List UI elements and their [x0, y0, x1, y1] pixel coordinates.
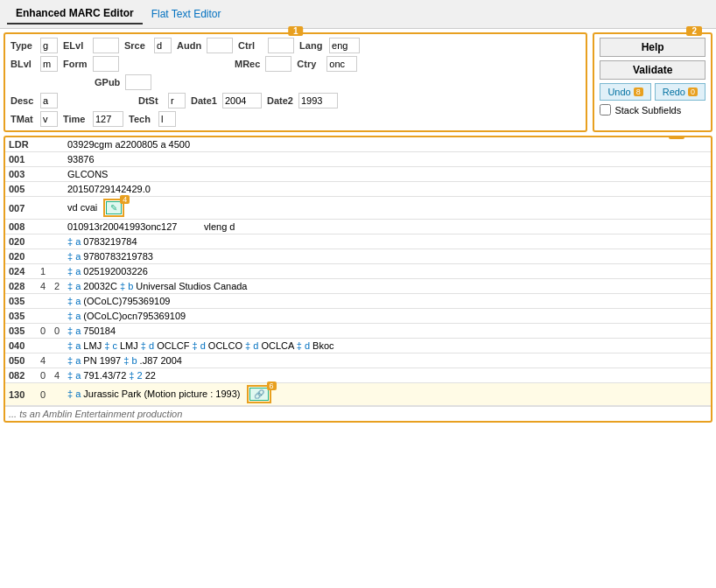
content-cell: GLCONS: [64, 167, 711, 182]
ind1-cell: [36, 249, 50, 264]
form-input[interactable]: [93, 56, 119, 72]
ind1-cell: [36, 167, 50, 182]
tag-cell: 007: [5, 197, 36, 220]
edit-btn-container: ✎ 4: [103, 199, 124, 217]
tag-cell: 082: [5, 368, 36, 383]
link-130-button[interactable]: 🔗: [249, 388, 269, 401]
link-badge: 6: [267, 382, 277, 390]
content-cell: ‡ a Jurassic Park (Motion picture : 1993…: [64, 383, 711, 406]
lang-label: Lang: [299, 40, 324, 51]
ind1-cell: 1: [36, 264, 50, 279]
content-cell: vd cvai ✎ 4: [64, 197, 711, 220]
tag-cell: 130: [5, 383, 36, 406]
content-cell: ‡ a 025192003226: [64, 264, 711, 279]
ind2-cell: [50, 294, 64, 309]
elvl-input[interactable]: [93, 38, 119, 53]
table-row: 035 ‡ a (OCoLC)795369109: [5, 294, 711, 309]
date2-input[interactable]: [298, 93, 338, 108]
edit-badge: 4: [120, 195, 130, 204]
content-cell: ‡ a LMJ ‡ c LMJ ‡ d OCLCF ‡ d OCLCO ‡ d …: [64, 339, 711, 354]
tech-label: Tech: [129, 114, 153, 124]
content-cell: ‡ a 9780783219783: [64, 249, 711, 264]
srce-label: Srce: [124, 40, 149, 51]
ind1-cell: [36, 182, 50, 197]
ind1-cell: 4: [36, 354, 50, 368]
panel2-badge: 2: [686, 26, 702, 36]
dtst-input[interactable]: [168, 93, 186, 108]
tab-enhanced[interactable]: Enhanced MARC Editor: [7, 4, 143, 24]
ff-row-3: GPub: [11, 74, 577, 90]
ctrl-input[interactable]: [268, 38, 294, 53]
table-row: 028 4 2 ‡ a 20032C ‡ b Universal Studios…: [5, 279, 711, 294]
ind1-cell: 0: [36, 383, 50, 406]
date1-input[interactable]: [222, 93, 262, 108]
stack-subfields-row: Stack Subfields: [600, 104, 705, 116]
help-button[interactable]: Help: [600, 38, 705, 57]
table-row: 001 93876: [5, 152, 711, 167]
form-label: Form: [63, 59, 88, 69]
bottom-status: ... ts an Amblin Entertainment productio…: [5, 406, 711, 421]
undo-label: Undo: [607, 87, 630, 97]
ind2-cell: [50, 137, 64, 152]
tag-cell: LDR: [5, 137, 36, 152]
ind2-cell: [50, 309, 64, 324]
content-cell: ‡ a 750184: [64, 324, 711, 339]
tag-cell: 003: [5, 167, 36, 182]
marc-records-panel: 3 LDR 03929cgm a2200805 a 4500 001: [4, 136, 712, 423]
tag-cell: 005: [5, 182, 36, 197]
ind2-cell: 0: [50, 324, 64, 339]
content-cell: ‡ a 20032C ‡ b Universal Studios Canada: [64, 279, 711, 294]
table-row: 003 GLCONS: [5, 167, 711, 182]
table-row: 050 4 ‡ a PN 1997 ‡ b .J87 2004: [5, 354, 711, 368]
audn-input[interactable]: [207, 38, 233, 53]
app-container: Enhanced MARC Editor Flat Text Editor 1 …: [0, 0, 716, 426]
undo-badge: 8: [634, 88, 643, 96]
table-row: 005 20150729142429.0: [5, 182, 711, 197]
blvl-input[interactable]: [40, 56, 58, 72]
ctry-input[interactable]: [326, 56, 357, 72]
ff-row-1: Type ELvl Srce Audn Ctrl Lang: [11, 38, 577, 53]
stack-subfields-checkbox[interactable]: [600, 104, 611, 116]
content-cell: 93876: [64, 152, 711, 167]
ind2-cell: [50, 264, 64, 279]
ind1-cell: [36, 197, 50, 220]
mrec-input[interactable]: [265, 56, 291, 72]
tab-bar: Enhanced MARC Editor Flat Text Editor: [0, 0, 716, 29]
tag-cell: 035: [5, 309, 36, 324]
undo-button[interactable]: Undo 8: [600, 83, 650, 101]
gpub-input[interactable]: [125, 74, 151, 90]
desc-label: Desc: [11, 95, 35, 106]
redo-button[interactable]: Redo 0: [655, 83, 705, 101]
type-input[interactable]: [40, 38, 58, 53]
ind1-cell: 0: [36, 368, 50, 383]
content-cell: ‡ a 791.43/72 ‡ 2 22: [64, 368, 711, 383]
right-buttons-panel: 2 Help Validate Undo 8 Redo 0 Stack Subf…: [593, 32, 712, 132]
ff-row-2: BLvl Form MRec Ctry: [11, 56, 577, 72]
ff-row-4: Desc DtSt Date1 Date2: [11, 93, 577, 108]
ind2-cell: [50, 234, 64, 249]
link-btn-container: 🔗 6: [247, 385, 271, 403]
tab-flat[interactable]: Flat Text Editor: [143, 4, 230, 24]
gpub-label: GPub: [95, 77, 120, 88]
content-cell: ‡ a 0783219784: [64, 234, 711, 249]
panel3-badge: 3: [669, 136, 684, 139]
tech-input[interactable]: [158, 111, 176, 127]
srce-input[interactable]: [154, 38, 172, 53]
desc-input[interactable]: [40, 93, 58, 108]
marc-table: LDR 03929cgm a2200805 a 4500 001 93876: [5, 137, 711, 406]
tmat-label: TMat: [11, 114, 35, 124]
fixed-fields-grid: Type ELvl Srce Audn Ctrl Lang: [11, 38, 577, 127]
tmat-input[interactable]: [40, 111, 58, 127]
content-cell: 03929cgm a2200805 a 4500: [64, 137, 711, 152]
tag-cell: 035: [5, 324, 36, 339]
tag-cell: 028: [5, 279, 36, 294]
lang-input[interactable]: [329, 38, 360, 53]
ind1-cell: 0: [36, 324, 50, 339]
ind1-cell: [36, 137, 50, 152]
time-input[interactable]: [93, 111, 123, 127]
ind2-cell: [50, 197, 64, 220]
content-cell: ‡ a (OCoLC)ocn795369109: [64, 309, 711, 324]
validate-button[interactable]: Validate: [600, 60, 705, 80]
blvl-label: BLvl: [11, 59, 35, 69]
ctry-label: Ctry: [297, 59, 321, 69]
